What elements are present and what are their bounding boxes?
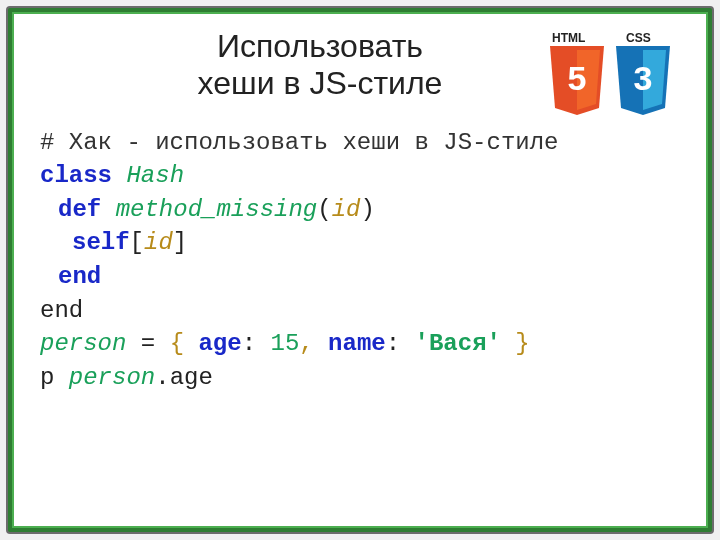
dot: . <box>155 364 169 391</box>
var-person-2: person <box>69 364 155 391</box>
title-line-2: хеши в JS-стиле <box>198 65 443 101</box>
keyword-class: class <box>40 162 112 189</box>
var-person-1: person <box>40 330 126 357</box>
colon-1: : <box>242 330 271 357</box>
equals: = <box>126 330 169 357</box>
title-line-1: Использовать <box>217 28 423 64</box>
open-brace: { <box>170 330 199 357</box>
key-age: age <box>198 330 241 357</box>
html5-number: 5 <box>568 59 587 97</box>
comma: , <box>299 330 328 357</box>
html-label: HTML <box>552 31 585 45</box>
css3-icon: CSS 3 <box>612 30 674 118</box>
code-block: # Хак - использовать хеши в JS-стиле cla… <box>40 126 680 395</box>
key-name: name <box>328 330 386 357</box>
keyword-self: self <box>72 229 130 256</box>
keyword-end-inner: end <box>58 263 101 290</box>
p-call: p <box>40 364 69 391</box>
end-outer: end <box>40 297 83 324</box>
method-name: method_missing <box>116 196 318 223</box>
close-brace: } <box>501 330 530 357</box>
css3-number: 3 <box>634 59 653 97</box>
html5-icon: HTML 5 <box>546 30 608 118</box>
colon-2: : <box>386 330 415 357</box>
css-label: CSS <box>626 31 651 45</box>
code-comment: # Хак - использовать хеши в JS-стиле <box>40 129 558 156</box>
attr-age: age <box>170 364 213 391</box>
param-id-2: id <box>144 229 173 256</box>
value-age: 15 <box>270 330 299 357</box>
param-id-1: id <box>332 196 361 223</box>
value-name: 'Вася' <box>415 330 501 357</box>
class-name: Hash <box>126 162 184 189</box>
slide-frame: HTML 5 CSS 3 Использовать хеши в JS-стил… <box>8 8 712 532</box>
keyword-def: def <box>58 196 101 223</box>
logo-badges: HTML 5 CSS 3 <box>546 30 674 118</box>
